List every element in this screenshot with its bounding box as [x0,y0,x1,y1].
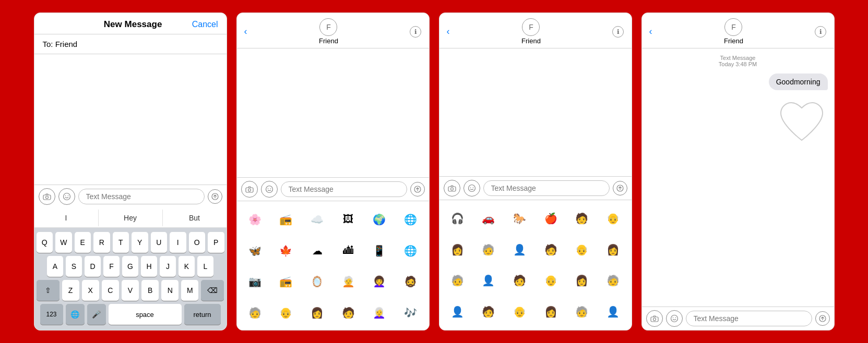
key-H[interactable]: H [141,256,157,277]
info-button-3[interactable]: ℹ [815,26,826,38]
sticker-button-4[interactable] [666,310,683,327]
key-P[interactable]: P [208,232,224,253]
key-K[interactable]: K [179,256,195,277]
sticker-1[interactable]: 🌸 [240,204,270,235]
sticker-14[interactable]: 📻 [271,266,301,297]
info-button-2[interactable]: ℹ [612,26,624,38]
person-sticker-8[interactable]: 🧓 [473,235,504,265]
sticker-23[interactable]: 👩‍🦳 [364,298,395,328]
person-sticker-9[interactable]: 👤 [505,235,535,265]
sticker-4[interactable]: 🖼 [334,204,364,235]
key-space[interactable]: space [109,304,182,325]
key-return[interactable]: return [184,304,221,325]
person-sticker-1[interactable]: 🎧 [443,203,473,234]
sticker-22[interactable]: 🧑 [334,298,364,328]
sticker-7[interactable]: 🦋 [240,236,270,266]
key-delete[interactable]: ⌫ [201,280,224,301]
key-C[interactable]: C [102,280,119,301]
autocomplete-item-2[interactable]: Hey [99,210,163,226]
sticker-11[interactable]: 📱 [364,236,395,266]
key-U[interactable]: U [151,232,168,253]
sticker-10[interactable]: 🏙 [334,236,364,266]
key-123[interactable]: 123 [40,304,63,325]
person-sticker-3[interactable]: 🐎 [505,203,535,234]
sticker-19[interactable]: 🧓 [240,298,270,328]
person-sticker-11[interactable]: 👴 [567,235,597,265]
back-button-3[interactable]: ‹ [649,26,652,37]
person-sticker-7[interactable]: 👩 [443,235,473,265]
friend-avatar-1[interactable]: F [319,18,337,36]
sticker-2[interactable]: 📻 [271,204,301,235]
key-E[interactable]: E [75,232,91,253]
key-B[interactable]: B [141,280,159,301]
message-input-4[interactable] [686,311,812,326]
person-sticker-22[interactable]: 👩 [536,297,566,327]
person-sticker-15[interactable]: 🧑 [505,266,535,296]
sticker-20[interactable]: 👴 [271,298,301,328]
key-Z[interactable]: Z [62,280,79,301]
to-field[interactable]: To: Friend [34,34,227,54]
sticker-9[interactable]: ☁ [302,236,332,266]
send-button-4[interactable] [815,311,830,326]
sticker-5[interactable]: 🌍 [364,204,395,235]
sticker-button-3[interactable] [463,180,480,197]
send-button-3[interactable] [613,181,627,195]
person-sticker-16[interactable]: 👴 [536,266,566,296]
autocomplete-item-1[interactable]: I [34,210,99,226]
autocomplete-item-3[interactable]: But [163,210,227,226]
sticker-button[interactable] [58,188,75,205]
key-J[interactable]: J [160,256,176,277]
person-sticker-24[interactable]: 👤 [598,297,628,327]
message-input[interactable] [78,189,205,204]
key-Y[interactable]: Y [132,232,148,253]
key-F[interactable]: F [103,256,120,277]
message-bubble[interactable]: Goodmorning [769,74,828,90]
key-shift[interactable]: ⇧ [37,280,60,301]
sticker-13[interactable]: 📷 [240,266,270,297]
person-sticker-18[interactable]: 🧓 [598,266,628,296]
sticker-8[interactable]: 🍁 [271,236,301,266]
person-sticker-20[interactable]: 🧑 [473,297,504,327]
sticker-3[interactable]: ☁️ [302,204,332,235]
heart-sticker[interactable] [776,99,828,148]
key-D[interactable]: D [85,256,101,277]
key-R[interactable]: R [93,232,110,253]
back-button-2[interactable]: ‹ [447,26,450,37]
send-button-2[interactable] [410,182,425,197]
sticker-12[interactable]: 🌐 [396,236,426,266]
message-input-2[interactable] [281,181,407,197]
key-W[interactable]: W [55,232,72,253]
info-button-1[interactable]: ℹ [410,26,421,38]
key-X[interactable]: X [82,280,99,301]
message-input-3[interactable] [483,180,610,196]
person-sticker-5[interactable]: 🧑 [567,203,597,234]
key-N[interactable]: N [161,280,179,301]
key-T[interactable]: T [113,232,129,253]
back-button-1[interactable]: ‹ [244,26,247,37]
key-A[interactable]: A [47,256,63,277]
key-S[interactable]: S [66,256,82,277]
person-sticker-10[interactable]: 🧑 [536,235,566,265]
person-sticker-12[interactable]: 👩 [598,235,628,265]
send-button[interactable] [208,189,222,204]
camera-button-3[interactable] [444,180,460,197]
cancel-button[interactable]: Cancel [192,20,218,29]
person-sticker-21[interactable]: 👴 [505,297,535,327]
person-sticker-4[interactable]: 🍎 [536,203,566,234]
person-sticker-14[interactable]: 👤 [473,266,504,296]
camera-button-4[interactable] [646,310,663,327]
friend-avatar-2[interactable]: F [522,18,540,36]
key-Q[interactable]: Q [37,232,53,253]
friend-avatar-3[interactable]: F [724,18,742,36]
sticker-24[interactable]: 🎶 [396,298,426,328]
person-sticker-6[interactable]: 👴 [598,203,628,234]
sticker-17[interactable]: 👩‍🦱 [364,266,395,297]
person-sticker-17[interactable]: 👩 [567,266,597,296]
person-sticker-23[interactable]: 🧓 [567,297,597,327]
person-sticker-19[interactable]: 👤 [443,297,473,327]
person-sticker-2[interactable]: 🚗 [473,203,504,234]
person-sticker-13[interactable]: 🧓 [443,266,473,296]
key-L[interactable]: L [197,256,213,277]
key-V[interactable]: V [122,280,139,301]
key-O[interactable]: O [189,232,206,253]
